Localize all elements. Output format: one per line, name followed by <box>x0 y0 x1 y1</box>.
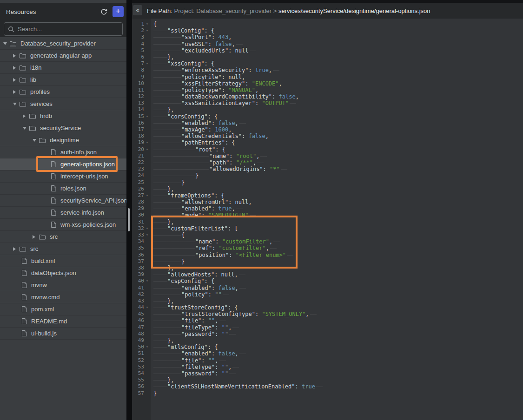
code-line[interactable]: 57} <box>132 390 523 397</box>
tree-item-build.xml[interactable]: build.xml <box>0 255 126 267</box>
code-line[interactable]: 56"clientSSLHostNameVerificationEnabled"… <box>132 383 523 390</box>
tree-item-src[interactable]: src <box>0 231 126 243</box>
chevron-right-icon[interactable] <box>13 66 20 70</box>
code-line[interactable]: 48"password": "" <box>132 331 523 337</box>
chevron-right-icon[interactable] <box>13 90 20 94</box>
code-line[interactable]: 49}, <box>132 337 523 344</box>
refresh-button[interactable] <box>98 6 109 17</box>
code-line[interactable]: 8"enforceXssSecurity": true, <box>132 67 523 73</box>
tree-item-src[interactable]: src <box>0 243 126 255</box>
collapse-sidebar-button[interactable]: « <box>133 5 142 15</box>
tree-item-general-options.json[interactable]: general-options.json <box>0 158 126 171</box>
sidebar-scrollbar-thumb[interactable] <box>128 208 130 231</box>
code-line[interactable]: 43}, <box>132 298 523 304</box>
fold-toggle-icon[interactable]: ▾ <box>146 139 151 146</box>
fold-toggle-icon[interactable]: ▾ <box>146 192 151 199</box>
code-line[interactable]: 37} <box>132 258 523 265</box>
code-line[interactable]: 39"allowedHosts": null, <box>132 271 523 278</box>
chevron-down-icon[interactable] <box>13 103 20 105</box>
fold-toggle-icon[interactable]: ▾ <box>146 21 151 27</box>
code-line[interactable]: 11"policyType": "MANUAL", <box>132 87 523 93</box>
tree-item-lib[interactable]: lib <box>0 74 126 86</box>
tree-item-README.md[interactable]: README.md <box>0 315 126 328</box>
tree-item-dataObjects.json[interactable]: dataObjects.json <box>0 267 126 279</box>
code-line[interactable]: 38], <box>132 265 523 271</box>
code-line[interactable]: 31}, <box>132 219 523 225</box>
code-line[interactable]: 2▾"sslConfig": { <box>132 27 523 34</box>
code-line[interactable]: 44▾"trustStoreConfig": { <box>132 304 523 311</box>
code-line[interactable]: 22"path": "/**", <box>132 159 523 166</box>
code-line[interactable]: 51"enabled": false, <box>132 350 523 357</box>
chevron-down-icon[interactable] <box>33 139 39 142</box>
code-line[interactable]: 14}, <box>132 106 523 113</box>
tree-item-intercept-urls.json[interactable]: intercept-urls.json <box>0 171 126 183</box>
chevron-right-icon[interactable] <box>13 54 20 58</box>
code-line[interactable]: 5"excludedUrls": null <box>132 47 523 54</box>
code-line[interactable]: 9"policyFile": null, <box>132 74 523 80</box>
tree-item-roles.json[interactable]: roles.json <box>0 183 126 195</box>
code-line[interactable]: 4"useSSL": false, <box>132 41 523 47</box>
code-line[interactable]: 6}, <box>132 54 523 60</box>
code-line[interactable]: 29"enabled": true, <box>132 205 523 212</box>
code-line[interactable]: 42"policy": "" <box>132 291 523 298</box>
code-line[interactable]: 46"file": "", <box>132 317 523 324</box>
code-line[interactable]: 25} <box>132 179 523 186</box>
fold-toggle-icon[interactable]: ▾ <box>146 146 151 153</box>
fold-toggle-icon[interactable]: ▾ <box>146 113 151 120</box>
code-line[interactable]: 54"password": "" <box>132 370 523 377</box>
code-line[interactable]: 24} <box>132 172 523 179</box>
code-line[interactable]: 41"enabled": false, <box>132 285 523 291</box>
tree-item-services[interactable]: services <box>0 98 126 110</box>
tree-item-mvnw[interactable]: mvnw <box>0 279 126 291</box>
code-line[interactable]: 53"fileType": "", <box>132 364 523 370</box>
fold-toggle-icon[interactable]: ▾ <box>146 344 151 350</box>
search-input[interactable] <box>18 26 119 33</box>
code-line[interactable]: 50▾"mtlsConfig": { <box>132 344 523 350</box>
chevron-down-icon[interactable] <box>3 42 10 45</box>
code-line[interactable]: 35"ref": "customFilter", <box>132 245 523 251</box>
code-line[interactable]: 1▾{ <box>132 21 523 27</box>
chevron-down-icon[interactable] <box>23 127 29 130</box>
fold-toggle-icon[interactable]: ▾ <box>146 278 151 284</box>
tree-item-securityService_API.json[interactable]: securityService_API.json <box>0 195 126 207</box>
code-line[interactable]: 16"enabled": false, <box>132 120 523 126</box>
code-line[interactable]: 7▾"xssConfig": { <box>132 60 523 67</box>
code-line[interactable]: 40▾"cspConfig": { <box>132 278 523 284</box>
code-line[interactable]: 13"xssSanitizationLayer": "OUTPUT" <box>132 100 523 106</box>
code-line[interactable]: 15▾"corsConfig": { <box>132 113 523 120</box>
fold-toggle-icon[interactable]: ▾ <box>146 27 151 34</box>
fold-toggle-icon[interactable]: ▾ <box>146 60 151 67</box>
tree-item-profiles[interactable]: profiles <box>0 86 126 98</box>
tree-item-pom.xml[interactable]: pom.xml <box>0 303 126 315</box>
tree-item-hrdb[interactable]: hrdb <box>0 110 126 122</box>
tree-item-service-info.json[interactable]: service-info.json <box>0 207 126 219</box>
tree-item-auth-info.json[interactable]: auth-info.json <box>0 146 126 158</box>
code-line[interactable]: 10"xssFilterStrategy": "ENCODE", <box>132 80 523 87</box>
code-line[interactable]: 55}, <box>132 377 523 383</box>
fold-toggle-icon[interactable]: ▾ <box>146 225 151 232</box>
code-line[interactable]: 21"name": "root", <box>132 153 523 159</box>
tree-item-designtime[interactable]: designtime <box>0 134 126 146</box>
code-line[interactable]: 52"file": "", <box>132 357 523 364</box>
tree-item-generated-angular-app[interactable]: generated-angular-app <box>0 50 126 62</box>
search-box[interactable] <box>4 22 123 36</box>
tree-item-ui-build.js[interactable]: ui-build.js <box>0 328 126 340</box>
add-resource-button[interactable]: + <box>113 6 124 17</box>
code-line[interactable]: 12"dataBackwardCompatibility": false, <box>132 93 523 100</box>
chevron-right-icon[interactable] <box>13 78 20 82</box>
code-line[interactable]: 18"allowCredentials": false, <box>132 133 523 139</box>
code-line[interactable]: 36"position": "<Filter enum>" <box>132 252 523 258</box>
code-line[interactable]: 32▾"customFilterList": [ <box>132 225 523 232</box>
code-line[interactable]: 26}, <box>132 186 523 192</box>
code-line[interactable]: 47"fileType": "", <box>132 324 523 331</box>
code-line[interactable]: 33▾{ <box>132 232 523 238</box>
tree-item-securityService[interactable]: securityService <box>0 122 126 134</box>
tree-item-Database_security_provider[interactable]: Database_security_provider <box>0 38 126 50</box>
code-line[interactable]: 34"name": "customFilter", <box>132 238 523 245</box>
tree-item-wm-xss-policies.json[interactable]: wm-xss-policies.json <box>0 219 126 231</box>
code-line[interactable]: 23"allowedOrigins": "*" <box>132 166 523 172</box>
chevron-right-icon[interactable] <box>33 235 39 239</box>
chevron-right-icon[interactable] <box>13 247 20 251</box>
code-line[interactable]: 20▾"root": { <box>132 146 523 153</box>
code-line[interactable]: 19▾"pathEntries": { <box>132 139 523 146</box>
